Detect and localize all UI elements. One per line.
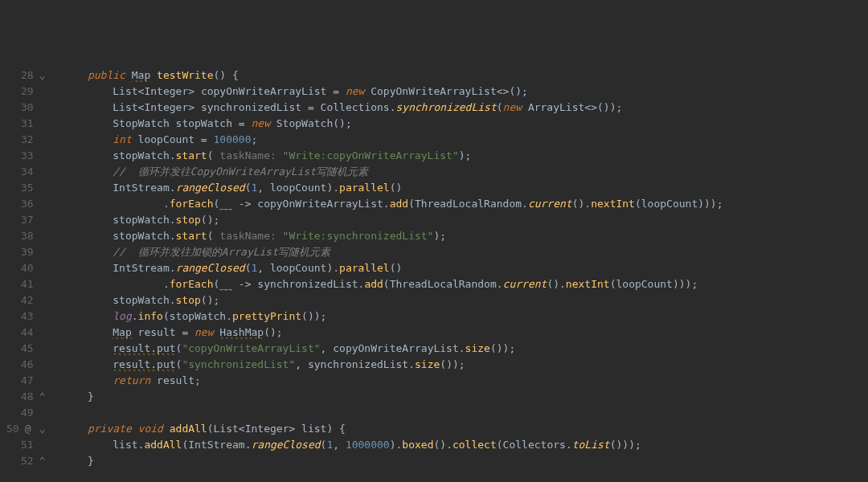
line-number-gutter[interactable]: 28⌄29 30 31 32 33 34 35 36 37 38 39 40 4…: [0, 64, 59, 472]
code-line[interactable]: Map result = new HashMap();: [63, 325, 723, 341]
token-punc: ()));: [610, 439, 641, 451]
token-cls: Collections.: [321, 101, 396, 113]
code-line[interactable]: public Map testWrite() {: [63, 67, 723, 84]
line-number[interactable]: 32: [6, 132, 48, 148]
line-number[interactable]: 31: [6, 116, 48, 132]
code-line[interactable]: stopWatch.start( taskName: "Write:synchr…: [63, 228, 723, 244]
token-punc: [63, 423, 88, 435]
token-cls: List: [214, 423, 239, 435]
code-line[interactable]: log.info(stopWatch.prettyPrint());: [63, 308, 723, 325]
token-str: "Write:synchronizedList": [283, 230, 434, 242]
code-line[interactable]: // 循环并发往加锁的ArrayList写随机元素: [63, 244, 723, 260]
token-ident: stopWatch.: [63, 149, 176, 161]
line-number[interactable]: 34: [6, 164, 48, 180]
line-number[interactable]: 50@⌄: [6, 421, 48, 437]
token-punc: .: [497, 278, 503, 290]
line-number[interactable]: 46: [6, 357, 48, 373]
code-line[interactable]: list.addAll(IntStream.rangeClosed(1, 100…: [63, 437, 723, 453]
line-number[interactable]: 42: [6, 292, 48, 308]
line-number[interactable]: 47: [6, 373, 48, 389]
token-punc: }: [63, 455, 94, 467]
code-line[interactable]: IntStream.rangeClosed(1, loopCount).para…: [63, 180, 723, 196]
code-editor[interactable]: 28⌄29 30 31 32 33 34 35 36 37 38 39 40 4…: [0, 64, 868, 472]
token-ident: stopWatch.: [63, 294, 176, 306]
token-scall: current: [503, 278, 547, 290]
code-line[interactable]: List<Integer> synchronizedList = Collect…: [63, 100, 723, 116]
token-cls: ThreadLocalRandom: [415, 198, 522, 210]
token-punc: (): [390, 262, 403, 274]
code-line[interactable]: private void addAll(List<Integer> list) …: [63, 421, 723, 437]
line-number[interactable]: 39: [6, 244, 48, 260]
token-cls: IntStream: [113, 182, 169, 194]
token-punc: [63, 165, 113, 178]
code-line[interactable]: return result;: [63, 373, 723, 389]
line-number[interactable]: 44: [6, 325, 48, 341]
line-number[interactable]: 45: [6, 341, 48, 357]
line-number[interactable]: 30: [6, 100, 48, 116]
code-line[interactable]: result.put("copyOnWriteArrayList", copyO…: [63, 341, 723, 357]
token-punc: [63, 69, 88, 81]
token-hint: taskName:: [214, 230, 283, 242]
code-line[interactable]: List<Integer> copyOnWriteArrayList = new…: [63, 84, 723, 100]
code-line[interactable]: IntStream.rangeClosed(1, loopCount).para…: [63, 260, 723, 276]
token-punc: [63, 182, 113, 194]
token-com: // 循环并发往加锁的ArrayList写随机元素: [113, 246, 330, 258]
code-line[interactable]: }: [63, 453, 723, 469]
gutter-spacer: [37, 116, 48, 132]
token-call: parallel: [339, 182, 390, 194]
line-number[interactable]: 49: [6, 405, 48, 421]
code-line[interactable]: [63, 405, 723, 421]
token-ident: loopCount =: [132, 133, 214, 145]
override-icon[interactable]: @: [23, 421, 34, 437]
gutter-spacer: [37, 341, 48, 357]
code-line[interactable]: int loopCount = 100000;: [63, 132, 723, 148]
line-number[interactable]: 51: [6, 437, 48, 453]
line-number[interactable]: 29: [6, 84, 48, 100]
token-cls: IntStream: [113, 262, 169, 274]
token-call: nextInt: [591, 198, 635, 210]
token-punc: (): [390, 182, 403, 194]
gutter-spacer: [37, 212, 48, 228]
token-call: collect: [452, 439, 497, 451]
collapse-start-icon[interactable]: ⌄: [37, 421, 48, 437]
collapse-start-icon[interactable]: ⌄: [37, 67, 48, 84]
line-number[interactable]: 40: [6, 260, 48, 276]
token-punc: (: [497, 101, 503, 113]
line-number[interactable]: 52⌃: [6, 453, 48, 469]
gutter-spacer: [37, 84, 48, 100]
code-line[interactable]: // 循环并发往CopyOnWriteArrayList写随机元素: [63, 164, 723, 180]
gutter-spacer: [37, 292, 48, 308]
token-punc: (: [497, 439, 503, 451]
line-number[interactable]: 38: [6, 228, 48, 244]
token-str: "Write:copyOnWriteArrayList": [283, 149, 459, 161]
code-line[interactable]: }: [63, 389, 723, 405]
code-line[interactable]: stopWatch.stop();: [63, 212, 723, 228]
line-number[interactable]: 48⌃: [6, 389, 48, 405]
line-number[interactable]: 41: [6, 276, 48, 292]
collapse-end-icon[interactable]: ⌃: [37, 389, 48, 405]
line-number[interactable]: 37: [6, 212, 48, 228]
token-warn: HashMap: [219, 326, 264, 339]
collapse-end-icon[interactable]: ⌃: [37, 453, 48, 469]
token-punc: ().: [547, 278, 565, 290]
line-number[interactable]: 36: [6, 196, 48, 212]
token-ident: synchronizedList =: [201, 101, 321, 113]
token-punc: >: [188, 101, 201, 113]
line-number[interactable]: 43: [6, 308, 48, 325]
token-punc: }: [63, 390, 94, 402]
token-call: forEach: [170, 278, 214, 290]
code-line[interactable]: .forEach(__ -> copyOnWriteArrayList.add(…: [63, 196, 723, 212]
line-number[interactable]: 28⌄: [6, 67, 48, 84]
code-line[interactable]: .forEach(__ -> synchronizedList.add(Thre…: [63, 276, 723, 292]
line-number[interactable]: 35: [6, 180, 48, 196]
line-number[interactable]: 33: [6, 148, 48, 164]
code-line[interactable]: stopWatch.start( taskName: "Write:copyOn…: [63, 148, 723, 164]
code-line[interactable]: result.put("synchronizedList", synchroni…: [63, 357, 723, 373]
token-punc: [270, 117, 276, 129]
token-scall: synchronizedList: [396, 101, 497, 113]
code-line[interactable]: StopWatch stopWatch = new StopWatch();: [63, 116, 723, 132]
token-kw: new: [503, 101, 522, 113]
code-area[interactable]: public Map testWrite() { List<Integer> c…: [59, 64, 723, 472]
code-line[interactable]: stopWatch.stop();: [63, 292, 723, 308]
gutter-spacer: [37, 180, 48, 196]
